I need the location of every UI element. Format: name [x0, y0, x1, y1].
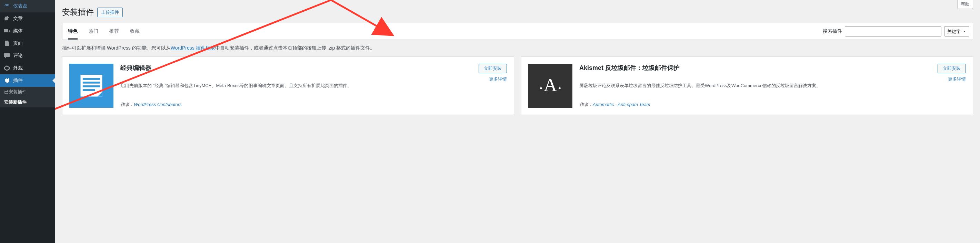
search-label: 搜索插件: [823, 28, 842, 35]
plugin-author: 作者：WordPress Contributors: [120, 101, 507, 108]
search-type-select[interactable]: 关键字: [944, 26, 969, 36]
page-icon: [3, 40, 10, 47]
sidebar-item-plugins[interactable]: 插件: [0, 74, 55, 87]
menu-label: 页面: [13, 40, 23, 46]
submenu-installed-plugins[interactable]: 已安装插件: [0, 87, 55, 97]
plugin-icon-classic-editor: [69, 64, 113, 108]
plugin-description: 屏蔽垃圾评论及联系表单垃圾留言的最佳反垃圾防护工具。最受WordPress及Wo…: [579, 82, 966, 96]
filter-bar: 特色 热门 推荐 收藏 搜索插件 关键字: [62, 23, 973, 40]
sidebar-item-posts[interactable]: 文章: [0, 13, 55, 25]
install-button[interactable]: 立即安装: [938, 64, 966, 73]
search-input[interactable]: [845, 26, 941, 36]
plugin-description: 启用先前版本的 "经典 "编辑器和包含TinyMCE、Meta Boxes等的旧…: [120, 82, 507, 96]
details-link[interactable]: 更多详情: [948, 76, 966, 82]
menu-label: 外观: [13, 65, 23, 71]
menu-label: 媒体: [13, 28, 23, 34]
plugin-icon: [3, 77, 10, 84]
submenu-add-new-plugin[interactable]: 安装新插件: [0, 97, 55, 107]
plugin-title[interactable]: Akismet 反垃圾邮件：垃圾邮件保护: [579, 64, 680, 79]
admin-sidebar: 仪表盘 文章 媒体 页面 评论 外观 插件 已安装插件 安装新插件: [0, 0, 55, 243]
media-icon: [3, 28, 10, 35]
filter-tab-recommended[interactable]: 推荐: [104, 23, 124, 39]
comment-icon: [3, 52, 10, 59]
page-title: 安装插件: [62, 7, 94, 17]
details-link[interactable]: 更多详情: [489, 76, 507, 82]
description-text: 插件可以扩展和增强 WordPress 的功能。您可以从WordPress 插件…: [62, 45, 973, 51]
help-tab[interactable]: 帮助: [957, 0, 973, 9]
plugin-card: A Akismet 反垃圾邮件：垃圾邮件保护 立即安装 更多详情 屏蔽垃圾评论及…: [521, 57, 973, 115]
svg-rect-3: [83, 85, 100, 87]
plugin-cards: 经典编辑器 立即安装 更多详情 启用先前版本的 "经典 "编辑器和包含TinyM…: [62, 57, 973, 115]
plugin-author: 作者：Automattic - Anti-spam Team: [579, 101, 966, 108]
sidebar-item-comments[interactable]: 评论: [0, 50, 55, 62]
plugin-directory-link[interactable]: WordPress 插件目录: [171, 45, 215, 50]
filter-tabs: 特色 热门 推荐 收藏: [62, 23, 819, 39]
svg-rect-1: [83, 78, 100, 80]
menu-label: 评论: [13, 53, 23, 59]
pin-icon: [3, 15, 10, 22]
filter-tab-favorites[interactable]: 收藏: [124, 23, 145, 39]
page-header: 安装插件 上传插件: [62, 0, 973, 23]
appearance-icon: [3, 65, 10, 72]
menu-label: 仪表盘: [13, 3, 28, 9]
svg-point-8: [558, 87, 560, 89]
plugins-submenu: 已安装插件 安装新插件: [0, 87, 55, 107]
plugin-icon-akismet: A: [528, 64, 573, 108]
menu-label: 文章: [13, 16, 23, 22]
install-button[interactable]: 立即安装: [479, 64, 507, 73]
sidebar-item-pages[interactable]: 页面: [0, 37, 55, 50]
svg-point-7: [540, 87, 542, 89]
search-area: 搜索插件 关键字: [819, 24, 973, 39]
filter-tab-popular[interactable]: 热门: [83, 23, 104, 39]
sidebar-item-appearance[interactable]: 外观: [0, 62, 55, 74]
dashboard-icon: [3, 3, 10, 9]
sidebar-item-dashboard[interactable]: 仪表盘: [0, 0, 55, 13]
svg-rect-2: [83, 82, 100, 83]
sidebar-item-media[interactable]: 媒体: [0, 25, 55, 37]
svg-text:A: A: [544, 75, 557, 95]
menu-label: 插件: [13, 77, 23, 84]
filter-tab-featured[interactable]: 特色: [62, 23, 83, 39]
plugin-card: 经典编辑器 立即安装 更多详情 启用先前版本的 "经典 "编辑器和包含TinyM…: [62, 57, 514, 115]
svg-rect-4: [83, 89, 95, 91]
main-content: 帮助 安装插件 上传插件 特色 热门 推荐 收藏 搜索插件 关键字: [55, 0, 980, 243]
plugin-title[interactable]: 经典编辑器: [120, 64, 151, 79]
upload-plugin-button[interactable]: 上传插件: [97, 8, 123, 17]
